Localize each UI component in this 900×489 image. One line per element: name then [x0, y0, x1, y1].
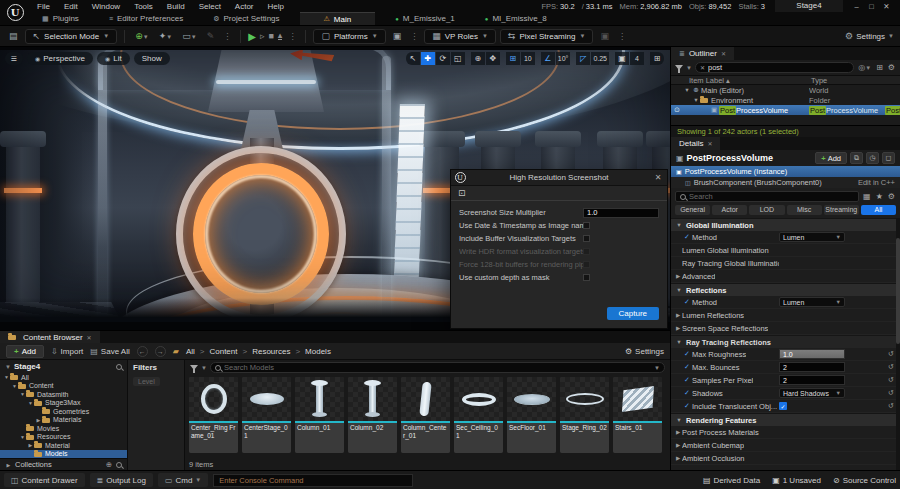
details-property-samples-per-pixel[interactable]: ✓Samples Per Pixel2↺: [671, 374, 900, 387]
property-slider[interactable]: 1.0: [779, 349, 845, 359]
property-checkbox[interactable]: ✓: [779, 402, 787, 410]
close-button[interactable]: ✕: [879, 2, 894, 11]
details-section-rendering-features[interactable]: ▼Rendering Features: [671, 413, 900, 426]
type-column-header[interactable]: Type: [811, 76, 827, 85]
recent-search-icon[interactable]: ◎▼: [857, 63, 872, 72]
dialog-value-input[interactable]: 1.0: [583, 208, 659, 218]
blueprint-icon[interactable]: ⧉: [850, 152, 863, 164]
item-label-column-header[interactable]: Item Label ▴: [671, 76, 811, 85]
menu-build[interactable]: Build: [160, 2, 192, 11]
asset-tile-column-01[interactable]: Column_01: [295, 377, 344, 453]
maximize-viewport-icon[interactable]: ⊞: [650, 52, 664, 65]
details-section-reflections[interactable]: ▼Reflections: [671, 283, 900, 296]
filter-tab-general[interactable]: General: [675, 205, 710, 215]
chevron-down-icon[interactable]: ▼: [19, 434, 26, 440]
filter-icon[interactable]: [190, 365, 198, 370]
menu-window[interactable]: Window: [85, 2, 127, 11]
menu-edit[interactable]: Edit: [57, 2, 85, 11]
breadcrumb-resources[interactable]: Resources: [252, 347, 290, 356]
camera-speed-value[interactable]: 4: [630, 52, 644, 65]
rotation-snap-icon[interactable]: ∠: [541, 52, 555, 65]
folder-tree-item-stage3max[interactable]: ▼Stage3Max: [0, 399, 127, 408]
asset-tile-sec-ceiling-01[interactable]: Sec_Ceiling_01: [454, 377, 503, 453]
landscape-icon[interactable]: ✎: [204, 31, 218, 41]
outliner-row-postprocessvolume[interactable]: ⊙▣PostProcessVolumePostProcessVolumePost…: [671, 105, 900, 115]
asset-search-input[interactable]: [224, 363, 651, 372]
vp-roles-dropdown[interactable]: ▦ VP Roles ▼: [424, 29, 496, 44]
filter-tab-actor[interactable]: Actor: [712, 205, 747, 215]
chevron-down-icon[interactable]: ▼: [683, 87, 691, 93]
outliner-search-box[interactable]: ✕: [695, 62, 854, 73]
minimize-button[interactable]: –: [849, 2, 864, 11]
folder-tree-item-resources[interactable]: ▼Resources: [0, 433, 127, 442]
property-enabled-check-icon[interactable]: ✓: [682, 376, 692, 384]
asset-tile-secfloor-01[interactable]: SecFloor_01: [507, 377, 556, 453]
property-enabled-check-icon[interactable]: ✓: [682, 402, 692, 410]
scrollbar-thumb[interactable]: [896, 238, 900, 344]
details-property-ambient-occlusion[interactable]: ▶Ambient Occlusion: [671, 452, 900, 465]
folder-tree-item-geometries[interactable]: Geometries: [0, 407, 127, 416]
show-dropdown[interactable]: Show: [134, 52, 170, 65]
play-frame-skip-button[interactable]: ▹: [260, 31, 265, 41]
property-enabled-check-icon[interactable]: ✓: [682, 350, 692, 358]
chevron-right-icon[interactable]: ▶: [674, 325, 682, 331]
viewport-3d[interactable]: ☰ ◉ Perspective ◉ Lit Show ↖ ✚ ⟳ ◱ ⊕ ✥ ⊞…: [0, 47, 670, 330]
details-property-ambient-cubemap[interactable]: ▶Ambient Cubemap: [671, 439, 900, 452]
surface-snap-icon[interactable]: ✥: [486, 52, 500, 65]
folder-tree-item-material[interactable]: ▶Material: [0, 441, 127, 450]
rotation-snap-value[interactable]: 10°: [556, 52, 571, 65]
filter-level[interactable]: Level: [133, 377, 160, 386]
breadcrumb-all[interactable]: All: [186, 347, 195, 356]
details-section-ray-tracing-reflections[interactable]: ▼Ray Tracing Reflections: [671, 335, 900, 348]
dialog-checkbox[interactable]: [583, 274, 590, 281]
overflow-menu-icon[interactable]: ⋮: [221, 32, 233, 41]
property-dropdown[interactable]: Lumen▼: [779, 232, 845, 242]
menu-tools[interactable]: Tools: [127, 2, 160, 11]
filter-tab-misc[interactable]: Misc: [787, 205, 822, 215]
outliner-row-environment[interactable]: ▼EnvironmentFolder: [671, 95, 900, 105]
chevron-down-icon[interactable]: ▼: [675, 339, 683, 345]
avatar-icon[interactable]: ▣: [597, 31, 612, 41]
chevron-down-icon[interactable]: ▼: [675, 417, 683, 423]
chevron-down-icon[interactable]: ▼: [19, 391, 26, 397]
asset-tile-column-center-01[interactable]: Column_Center_01: [401, 377, 450, 453]
unsaved-button[interactable]: ▣ 1 Unsaved: [772, 476, 821, 485]
folder-tree-item-datasmith[interactable]: ▼Datasmith: [0, 390, 127, 399]
forward-button[interactable]: →: [155, 346, 166, 357]
property-dropdown[interactable]: Hard Shadows▼: [779, 388, 845, 398]
blueprints-icon[interactable]: ✦▼: [156, 31, 176, 41]
favorites-icon[interactable]: ★: [875, 192, 884, 201]
details-search-box[interactable]: [675, 191, 859, 202]
tab-details[interactable]: Details ✕: [671, 137, 720, 150]
history-icon[interactable]: ◷: [866, 152, 879, 164]
collections-section[interactable]: ▶ Collections ⊕: [0, 458, 127, 470]
component-tree-item[interactable]: ◫ BrushComponent (BrushComponent0) Edit …: [671, 177, 900, 188]
chevron-right-icon[interactable]: ▶: [674, 455, 682, 461]
pixel-streaming-dropdown[interactable]: ⇆ Pixel Streaming ▼: [500, 29, 594, 44]
property-enabled-check-icon[interactable]: ✓: [682, 233, 692, 241]
world-space-icon[interactable]: ⊕: [471, 52, 485, 65]
details-search-input[interactable]: [689, 192, 854, 201]
source-control-button[interactable]: ⊘ Source Control: [833, 476, 896, 485]
details-property-method[interactable]: ✓MethodLumen▼: [671, 231, 900, 244]
tab-plugins[interactable]: ▦Plugins: [32, 12, 89, 25]
gear-icon[interactable]: ⚙: [887, 192, 896, 201]
content-drawer-button[interactable]: ◫ Content Drawer: [4, 473, 85, 487]
back-button[interactable]: ←: [137, 346, 148, 357]
filter-tab-all[interactable]: All: [861, 205, 896, 215]
display-options-icon[interactable]: ▦: [862, 192, 872, 201]
cinematics-icon[interactable]: ▭▼: [179, 31, 199, 41]
asset-tile-stairs-01[interactable]: Stairs_01: [613, 377, 662, 453]
unreal-logo-icon[interactable]: U: [0, 0, 30, 25]
content-browser-settings-button[interactable]: ⚙ Settings: [625, 347, 664, 356]
folder-tree-icon[interactable]: ▰: [173, 347, 179, 356]
selection-mode-dropdown[interactable]: ↖ Selection Mode ▼: [25, 29, 118, 44]
save-icon[interactable]: ▤: [6, 31, 21, 41]
close-icon[interactable]: ✕: [721, 50, 726, 57]
outliner-row-main-editor[interactable]: ▼⊕Main (Editor)World: [671, 85, 900, 95]
viewport-options-menu-icon[interactable]: ☰: [5, 52, 23, 65]
property-enabled-check-icon[interactable]: ✓: [682, 389, 692, 397]
chevron-down-icon[interactable]: ▼: [654, 365, 660, 371]
property-input[interactable]: 2: [779, 362, 845, 372]
grid-snap-value[interactable]: 10: [521, 52, 535, 65]
